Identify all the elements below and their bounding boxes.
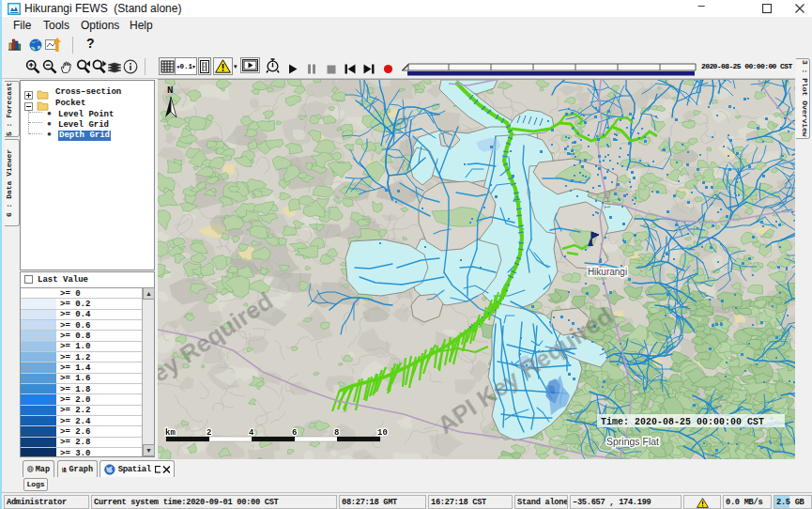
- svg-text:6: 6: [292, 428, 297, 438]
- svg-text:km: km: [165, 428, 176, 438]
- svg-text:Time: 2020-08-25 00:00:00 CST: Time: 2020-08-25 00:00:00 CST: [601, 417, 764, 427]
- svg-text:4: 4: [249, 428, 254, 438]
- svg-text:Springs Flat: Springs Flat: [606, 436, 659, 447]
- svg-text:N: N: [167, 85, 174, 96]
- svg-text:2: 2: [207, 428, 211, 438]
- svg-text:Hikurangi: Hikurangi: [588, 267, 627, 277]
- svg-text:10: 10: [377, 428, 388, 438]
- svg-text:8: 8: [334, 428, 339, 438]
- svg-text:SH 1: SH 1: [603, 191, 612, 209]
